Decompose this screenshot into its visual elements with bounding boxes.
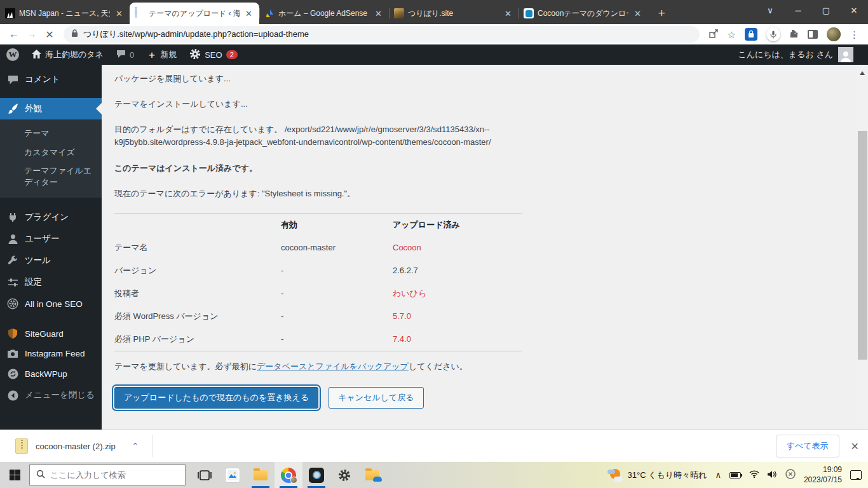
backup-link[interactable]: データベースとファイルをバックアップ bbox=[257, 362, 409, 371]
tab-close-icon[interactable]: ✕ bbox=[243, 9, 254, 18]
download-bar-right: すべて表示 ✕ bbox=[776, 435, 868, 458]
pinned-app-icon[interactable] bbox=[219, 462, 247, 488]
comments-shortcut[interactable]: 0 bbox=[110, 44, 140, 65]
sidebar-item-label: BackWPup bbox=[25, 369, 67, 379]
row-label: テーマ名 bbox=[114, 236, 281, 259]
start-button[interactable] bbox=[0, 470, 29, 480]
share-icon[interactable] bbox=[709, 29, 719, 40]
table-row: 必須 WordPress バージョン - 5.7.0 bbox=[114, 305, 522, 328]
tab-msn[interactable]: MSN Japan - ニュース, 天気, メ- ✕ bbox=[0, 3, 130, 24]
close-download-bar-icon[interactable]: ✕ bbox=[851, 440, 859, 452]
sidebar-item-appearance[interactable]: 外観 bbox=[0, 98, 102, 119]
tab-adsense[interactable]: ホーム – Google AdSense ✕ bbox=[259, 3, 389, 24]
side-panel-icon[interactable] bbox=[808, 30, 818, 39]
tab-search-icon[interactable]: ∨ bbox=[756, 6, 784, 15]
tab-tsuribori[interactable]: つりぼり.site ✕ bbox=[389, 3, 519, 24]
chrome-taskbar-button[interactable] bbox=[275, 462, 302, 488]
weather-widget[interactable]: 31°C くもり時々晴れ bbox=[607, 468, 707, 483]
taskbar-clock[interactable]: 19:09 2023/07/15 bbox=[804, 465, 842, 485]
notification-center-icon[interactable] bbox=[850, 470, 862, 480]
seo-menu[interactable]: SEO 2 bbox=[183, 44, 244, 65]
tab-close-icon[interactable]: ✕ bbox=[373, 9, 384, 18]
scrollbar-up-arrow[interactable] bbox=[860, 69, 865, 75]
browser-profile-avatar[interactable] bbox=[827, 27, 841, 41]
new-content-menu[interactable]: ＋ 新規 bbox=[140, 44, 183, 65]
hidden-icons-chevron[interactable]: ∧ bbox=[715, 470, 721, 480]
show-all-downloads-button[interactable]: すべて表示 bbox=[776, 435, 839, 458]
sidebar-item-tools[interactable]: ツール bbox=[0, 250, 102, 271]
sidebar-item-plugins[interactable]: プラグイン bbox=[0, 207, 102, 228]
sidebar-item-instagram-feed[interactable]: Instagram Feed bbox=[0, 344, 102, 363]
update-theme-content: パッケージを展開しています... テーマをインストールしています... 目的のフ… bbox=[102, 65, 857, 430]
clock-time: 19:09 bbox=[804, 465, 842, 475]
sidebar-collapse-menu[interactable]: メニューを閉じる bbox=[0, 384, 102, 406]
onedrive-folder-button[interactable] bbox=[358, 462, 386, 488]
bookmark-star-icon[interactable]: ☆ bbox=[728, 30, 736, 39]
task-view-button[interactable] bbox=[191, 462, 219, 488]
url-text: つりぼり.site/wp/wp-admin/update.php?action=… bbox=[83, 29, 309, 40]
theme-compare-table: 有効 アップロード済み テーマ名 cocoon-master Cocoon バー… bbox=[114, 214, 522, 351]
taskbar-search[interactable] bbox=[29, 464, 186, 485]
plugin-icon bbox=[6, 212, 19, 222]
tab-close-icon[interactable]: ✕ bbox=[114, 9, 125, 18]
tab-cocoon-download[interactable]: Cocoonテーマのダウンロード | Co ✕ bbox=[519, 3, 648, 24]
forward-icon[interactable]: → bbox=[23, 29, 41, 40]
tab-theme-upload[interactable]: テーマのアップロード ‹ 海上釣堀の ✕ bbox=[130, 3, 259, 24]
note-prefix: テーマを更新しています。必ず最初に bbox=[114, 362, 257, 371]
minimize-button[interactable]: ─ bbox=[784, 6, 812, 15]
search-input[interactable] bbox=[50, 470, 158, 480]
sidebar-item-backwpup[interactable]: BackWPup bbox=[0, 363, 102, 384]
uploaded-value: 5.7.0 bbox=[393, 305, 522, 328]
submenu-item-customize[interactable]: カスタマイズ bbox=[0, 143, 102, 162]
settings-button[interactable] bbox=[330, 462, 358, 488]
sidebar-item-label: コメント bbox=[25, 74, 60, 85]
status-already-installed: このテーマはインストール済みです。 bbox=[114, 162, 534, 175]
appearance-submenu: テーマ カスタマイズ テーマファイルエディター bbox=[0, 119, 102, 198]
cocoon-favicon bbox=[524, 8, 534, 18]
visit-site-link[interactable]: 海上釣堀のタネ bbox=[25, 44, 110, 65]
menu-kebab-icon[interactable]: ⋮ bbox=[850, 30, 859, 39]
wifi-icon[interactable] bbox=[749, 470, 759, 480]
wordpress-logo-icon: W bbox=[6, 48, 19, 61]
sidebar-item-siteguard[interactable]: SiteGuard bbox=[0, 323, 102, 344]
extensions-puzzle-icon[interactable] bbox=[789, 29, 799, 40]
stop-loading-icon[interactable]: ✕ bbox=[41, 29, 58, 41]
submenu-item-theme-editor[interactable]: テーマファイルエディター bbox=[0, 161, 102, 191]
taskbar-icons bbox=[191, 462, 386, 488]
submenu-item-themes[interactable]: テーマ bbox=[0, 124, 102, 143]
download-bar: cocoon-master (2).zip ⌃ すべて表示 ✕ bbox=[0, 430, 868, 462]
dark-app-button[interactable] bbox=[302, 462, 330, 488]
sidebar-item-comments[interactable]: コメント bbox=[0, 69, 102, 90]
admin-bar-account[interactable]: こんにちは、まるお さん bbox=[738, 47, 857, 62]
volume-icon[interactable] bbox=[768, 470, 777, 480]
wp-logo-menu[interactable]: W bbox=[0, 44, 25, 65]
siteguard-extension-icon[interactable] bbox=[745, 28, 757, 41]
download-item[interactable]: cocoon-master (2).zip ⌃ bbox=[0, 430, 153, 462]
table-row: 必須 PHP バージョン - 7.4.0 bbox=[114, 328, 522, 351]
sidebar-item-settings[interactable]: 設定 bbox=[0, 271, 102, 293]
replace-theme-button[interactable]: アップロードしたもので現在のものを置き換える bbox=[114, 387, 318, 409]
maximize-button[interactable]: ▢ bbox=[812, 6, 840, 15]
browser-scrollbar[interactable] bbox=[857, 65, 868, 430]
close-window-button[interactable]: ✕ bbox=[840, 6, 868, 15]
active-value: - bbox=[281, 328, 393, 351]
windows-logo-icon bbox=[10, 470, 20, 480]
address-bar[interactable]: つりぼり.site/wp/wp-admin/update.php?action=… bbox=[64, 26, 700, 43]
msn-favicon bbox=[5, 8, 15, 18]
seo-label: SEO bbox=[205, 50, 222, 60]
cancel-button[interactable]: キャンセルして戻る bbox=[329, 387, 423, 409]
scrollbar-thumb[interactable] bbox=[858, 131, 867, 360]
new-tab-button[interactable]: ＋ bbox=[648, 5, 675, 24]
tab-close-icon[interactable]: ✕ bbox=[632, 9, 643, 18]
sidebar-item-label: All in One SEO bbox=[25, 299, 83, 309]
file-explorer-button[interactable] bbox=[247, 462, 275, 488]
back-icon[interactable]: ← bbox=[5, 29, 23, 40]
download-caret-icon[interactable]: ⌃ bbox=[132, 442, 139, 451]
user-avatar bbox=[838, 47, 853, 62]
microphone-icon[interactable] bbox=[766, 27, 780, 41]
tab-close-icon[interactable]: ✕ bbox=[503, 9, 513, 18]
sidebar-item-users[interactable]: ユーザー bbox=[0, 228, 102, 250]
sidebar-item-aioseo[interactable]: All in One SEO bbox=[0, 293, 102, 315]
battery-icon[interactable] bbox=[729, 472, 741, 478]
status-circle-icon[interactable] bbox=[785, 469, 796, 481]
